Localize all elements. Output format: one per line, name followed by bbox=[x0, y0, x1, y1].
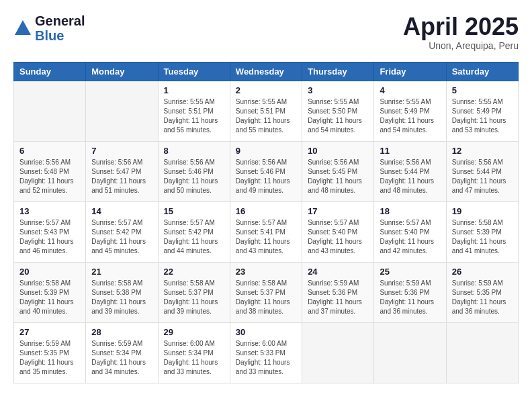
day-info: Sunrise: 5:58 AM Sunset: 5:38 PM Dayligh… bbox=[91, 279, 152, 316]
logo-blue: Blue bbox=[35, 28, 85, 43]
title-section: April 2025 Unon, Arequipa, Peru bbox=[403, 13, 519, 51]
calendar-cell: 6Sunrise: 5:56 AM Sunset: 5:48 PM Daylig… bbox=[14, 141, 86, 201]
day-number: 14 bbox=[91, 206, 152, 216]
day-number: 23 bbox=[236, 267, 296, 277]
calendar-cell: 12Sunrise: 5:56 AM Sunset: 5:44 PM Dayli… bbox=[446, 141, 518, 201]
calendar-cell: 27Sunrise: 5:59 AM Sunset: 5:35 PM Dayli… bbox=[14, 322, 86, 383]
day-number: 10 bbox=[308, 146, 368, 156]
calendar-cell: 15Sunrise: 5:57 AM Sunset: 5:42 PM Dayli… bbox=[158, 201, 230, 262]
day-info: Sunrise: 5:57 AM Sunset: 5:40 PM Dayligh… bbox=[380, 218, 440, 256]
calendar-cell: 21Sunrise: 5:58 AM Sunset: 5:38 PM Dayli… bbox=[86, 262, 158, 322]
day-info: Sunrise: 5:59 AM Sunset: 5:36 PM Dayligh… bbox=[308, 279, 368, 316]
day-number: 9 bbox=[236, 146, 296, 156]
calendar-cell: 18Sunrise: 5:57 AM Sunset: 5:40 PM Dayli… bbox=[374, 201, 446, 262]
calendar-week-1: 1Sunrise: 5:55 AM Sunset: 5:51 PM Daylig… bbox=[14, 81, 519, 141]
calendar-cell: 19Sunrise: 5:58 AM Sunset: 5:39 PM Dayli… bbox=[446, 201, 518, 262]
day-info: Sunrise: 5:55 AM Sunset: 5:50 PM Dayligh… bbox=[308, 97, 368, 135]
day-number: 20 bbox=[19, 267, 80, 277]
calendar-cell: 4Sunrise: 5:55 AM Sunset: 5:49 PM Daylig… bbox=[374, 81, 446, 141]
day-number: 1 bbox=[164, 85, 224, 95]
month-title: April 2025 bbox=[403, 13, 519, 40]
day-info: Sunrise: 5:55 AM Sunset: 5:49 PM Dayligh… bbox=[380, 97, 440, 135]
calendar-week-5: 27Sunrise: 5:59 AM Sunset: 5:35 PM Dayli… bbox=[14, 322, 519, 383]
weekday-header-friday: Friday bbox=[374, 62, 446, 81]
weekday-header-sunday: Sunday bbox=[14, 62, 86, 81]
day-number: 26 bbox=[452, 267, 513, 277]
day-info: Sunrise: 5:56 AM Sunset: 5:47 PM Dayligh… bbox=[91, 158, 152, 195]
calendar-cell bbox=[446, 322, 518, 383]
day-info: Sunrise: 5:58 AM Sunset: 5:39 PM Dayligh… bbox=[452, 218, 513, 256]
day-number: 21 bbox=[91, 267, 152, 277]
day-number: 30 bbox=[236, 327, 296, 337]
calendar-cell: 17Sunrise: 5:57 AM Sunset: 5:40 PM Dayli… bbox=[302, 201, 374, 262]
weekday-header-saturday: Saturday bbox=[446, 62, 518, 81]
calendar-table: SundayMondayTuesdayWednesdayThursdayFrid… bbox=[13, 62, 519, 383]
weekday-header-tuesday: Tuesday bbox=[158, 62, 230, 81]
day-number: 6 bbox=[19, 146, 80, 156]
calendar-body: 1Sunrise: 5:55 AM Sunset: 5:51 PM Daylig… bbox=[14, 81, 519, 383]
calendar-cell: 28Sunrise: 5:59 AM Sunset: 5:34 PM Dayli… bbox=[86, 322, 158, 383]
day-info: Sunrise: 5:57 AM Sunset: 5:41 PM Dayligh… bbox=[236, 218, 296, 256]
calendar-cell: 11Sunrise: 5:56 AM Sunset: 5:44 PM Dayli… bbox=[374, 141, 446, 201]
weekday-header-monday: Monday bbox=[86, 62, 158, 81]
day-info: Sunrise: 5:58 AM Sunset: 5:39 PM Dayligh… bbox=[19, 279, 80, 316]
day-info: Sunrise: 5:56 AM Sunset: 5:48 PM Dayligh… bbox=[19, 158, 80, 195]
calendar-cell bbox=[14, 81, 86, 141]
calendar-week-3: 13Sunrise: 5:57 AM Sunset: 5:43 PM Dayli… bbox=[14, 201, 519, 262]
day-info: Sunrise: 5:55 AM Sunset: 5:49 PM Dayligh… bbox=[452, 97, 513, 135]
logo-text: General Blue bbox=[35, 13, 85, 43]
day-info: Sunrise: 5:56 AM Sunset: 5:45 PM Dayligh… bbox=[308, 158, 368, 195]
day-info: Sunrise: 5:57 AM Sunset: 5:42 PM Dayligh… bbox=[164, 218, 224, 256]
day-info: Sunrise: 5:56 AM Sunset: 5:44 PM Dayligh… bbox=[380, 158, 440, 195]
day-info: Sunrise: 5:59 AM Sunset: 5:34 PM Dayligh… bbox=[91, 339, 152, 377]
logo: General Blue bbox=[13, 13, 85, 43]
logo-icon bbox=[13, 19, 32, 38]
day-info: Sunrise: 5:59 AM Sunset: 5:35 PM Dayligh… bbox=[19, 339, 80, 377]
day-number: 16 bbox=[236, 206, 296, 216]
day-info: Sunrise: 5:58 AM Sunset: 5:37 PM Dayligh… bbox=[164, 279, 224, 316]
calendar-cell: 26Sunrise: 5:59 AM Sunset: 5:35 PM Dayli… bbox=[446, 262, 518, 322]
day-number: 11 bbox=[380, 146, 440, 156]
weekday-header-wednesday: Wednesday bbox=[230, 62, 302, 81]
day-info: Sunrise: 5:55 AM Sunset: 5:51 PM Dayligh… bbox=[236, 97, 296, 135]
calendar-cell: 30Sunrise: 6:00 AM Sunset: 5:33 PM Dayli… bbox=[230, 322, 302, 383]
calendar-cell: 10Sunrise: 5:56 AM Sunset: 5:45 PM Dayli… bbox=[302, 141, 374, 201]
day-number: 25 bbox=[380, 267, 440, 277]
day-info: Sunrise: 6:00 AM Sunset: 5:34 PM Dayligh… bbox=[164, 339, 224, 377]
logo-general: General bbox=[35, 13, 85, 28]
weekday-row: SundayMondayTuesdayWednesdayThursdayFrid… bbox=[14, 62, 519, 81]
calendar-cell bbox=[302, 322, 374, 383]
calendar-cell bbox=[86, 81, 158, 141]
calendar-cell: 9Sunrise: 5:56 AM Sunset: 5:46 PM Daylig… bbox=[230, 141, 302, 201]
calendar-cell: 3Sunrise: 5:55 AM Sunset: 5:50 PM Daylig… bbox=[302, 81, 374, 141]
day-number: 5 bbox=[452, 85, 513, 95]
day-number: 2 bbox=[236, 85, 296, 95]
day-number: 18 bbox=[380, 206, 440, 216]
calendar-cell: 23Sunrise: 5:58 AM Sunset: 5:37 PM Dayli… bbox=[230, 262, 302, 322]
day-info: Sunrise: 5:58 AM Sunset: 5:37 PM Dayligh… bbox=[236, 279, 296, 316]
calendar-week-4: 20Sunrise: 5:58 AM Sunset: 5:39 PM Dayli… bbox=[14, 262, 519, 322]
day-info: Sunrise: 5:56 AM Sunset: 5:46 PM Dayligh… bbox=[164, 158, 224, 195]
calendar-cell bbox=[374, 322, 446, 383]
day-info: Sunrise: 5:57 AM Sunset: 5:40 PM Dayligh… bbox=[308, 218, 368, 256]
calendar-header: SundayMondayTuesdayWednesdayThursdayFrid… bbox=[14, 62, 519, 81]
day-info: Sunrise: 5:59 AM Sunset: 5:35 PM Dayligh… bbox=[452, 279, 513, 316]
svg-marker-0 bbox=[15, 20, 31, 35]
day-number: 15 bbox=[164, 206, 224, 216]
day-info: Sunrise: 6:00 AM Sunset: 5:33 PM Dayligh… bbox=[236, 339, 296, 377]
day-number: 28 bbox=[91, 327, 152, 337]
day-info: Sunrise: 5:56 AM Sunset: 5:44 PM Dayligh… bbox=[452, 158, 513, 195]
day-number: 29 bbox=[164, 327, 224, 337]
day-number: 19 bbox=[452, 206, 513, 216]
day-info: Sunrise: 5:57 AM Sunset: 5:42 PM Dayligh… bbox=[91, 218, 152, 256]
day-info: Sunrise: 5:55 AM Sunset: 5:51 PM Dayligh… bbox=[164, 97, 224, 135]
day-number: 12 bbox=[452, 146, 513, 156]
calendar-cell: 16Sunrise: 5:57 AM Sunset: 5:41 PM Dayli… bbox=[230, 201, 302, 262]
calendar-cell: 22Sunrise: 5:58 AM Sunset: 5:37 PM Dayli… bbox=[158, 262, 230, 322]
day-number: 24 bbox=[308, 267, 368, 277]
day-number: 13 bbox=[19, 206, 80, 216]
location-subtitle: Unon, Arequipa, Peru bbox=[403, 40, 519, 51]
calendar-cell: 24Sunrise: 5:59 AM Sunset: 5:36 PM Dayli… bbox=[302, 262, 374, 322]
page-header: General Blue April 2025 Unon, Arequipa, … bbox=[13, 13, 519, 51]
calendar-cell: 8Sunrise: 5:56 AM Sunset: 5:46 PM Daylig… bbox=[158, 141, 230, 201]
